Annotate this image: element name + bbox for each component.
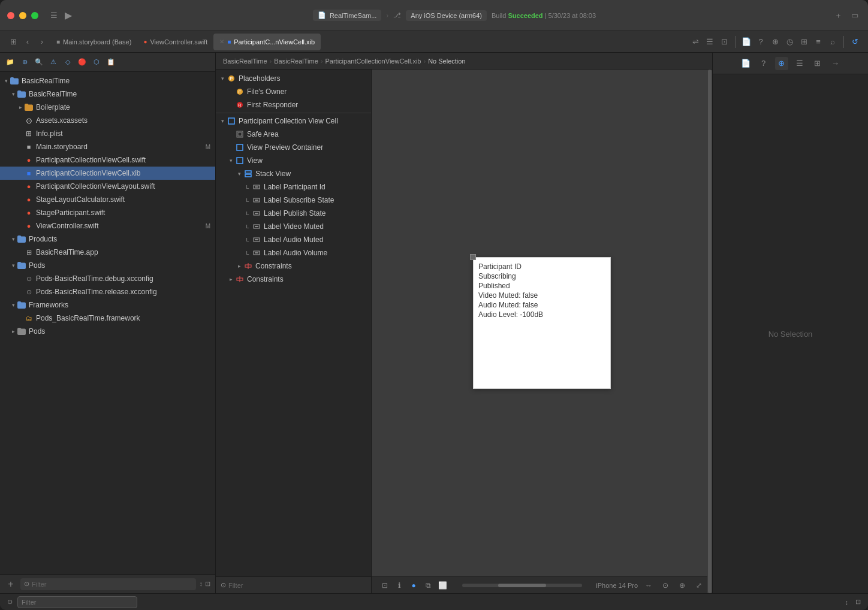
- canvas-zoom-fit-icon[interactable]: ⊡: [379, 579, 391, 591]
- tree-item-pvccell-swift[interactable]: ● ParticipantCollectionViewCell.swift: [0, 153, 215, 167]
- maximize-button[interactable]: [31, 12, 38, 19]
- tree-item-framework[interactable]: 🗂 Pods_BasicRealTime.framework: [0, 312, 215, 325]
- tree-item-pvccell-layout[interactable]: ● ParticipantCollectionViewLayout.swift: [0, 180, 215, 193]
- tree-item-frameworks[interactable]: ▾ Frameworks: [0, 298, 215, 312]
- inspector-quick-icon[interactable]: ⊕: [769, 36, 781, 48]
- tree-item-app[interactable]: ⊞ BasicRealTime.app: [0, 246, 215, 259]
- expand-icon[interactable]: ⤢: [693, 579, 705, 591]
- ib-item-scene[interactable]: ▾ Participant Collection View Cell: [216, 114, 371, 128]
- nav-files-icon[interactable]: 📁: [5, 57, 16, 68]
- ib-item-label-publish-state[interactable]: L Label Publish State: [216, 207, 371, 220]
- cell-preview[interactable]: Participant ID Subscribing Published Vid…: [473, 257, 611, 389]
- nav-back-icon[interactable]: ‹: [22, 36, 34, 48]
- close-button[interactable]: [7, 12, 14, 19]
- ib-item-view[interactable]: ▾ View: [216, 154, 371, 167]
- canvas-zoom-icon[interactable]: ⊡: [718, 36, 730, 48]
- nav-search-icon[interactable]: 🔍: [34, 57, 44, 68]
- ib-item-label-audio-volume[interactable]: L Label Audio Volume: [216, 246, 371, 259]
- minimize-button[interactable]: [19, 12, 26, 19]
- breadcrumb-item-1[interactable]: BasicRealTime: [274, 58, 318, 65]
- canvas-info-icon[interactable]: ℹ: [393, 579, 405, 591]
- add-constraint-icon[interactable]: ⊕: [676, 579, 688, 591]
- tree-item-basicrealtime-group[interactable]: ▾ BasicRealTime: [0, 74, 215, 87]
- add-tab-icon[interactable]: ＋: [832, 10, 844, 22]
- canvas-zoom-in-icon[interactable]: ●: [408, 579, 420, 591]
- nav-report-icon[interactable]: 📋: [106, 57, 116, 68]
- tree-item-viewcontroller[interactable]: ● ViewController.swift M: [0, 219, 215, 232]
- add-file-button[interactable]: +: [5, 578, 17, 590]
- canvas-device-icon[interactable]: ⬜: [436, 579, 448, 591]
- ib-item-label-video-muted[interactable]: L Label Video Muted: [216, 220, 371, 233]
- canvas-split-icon[interactable]: ⧉: [422, 579, 434, 591]
- sort-icon[interactable]: ↕: [200, 580, 203, 588]
- ib-item-placeholders[interactable]: ▾ P Placeholders: [216, 72, 371, 85]
- split-horizontal-icon[interactable]: ⇌: [689, 36, 701, 48]
- nav-forward-icon[interactable]: ›: [36, 36, 48, 48]
- device-selector[interactable]: Any iOS Device (arm64): [406, 10, 487, 21]
- inspector-list-icon[interactable]: ≡: [812, 36, 824, 48]
- run-button[interactable]: ▶: [60, 7, 77, 24]
- cell-resize-handle[interactable]: [470, 254, 476, 260]
- nav-test-icon[interactable]: ◇: [62, 57, 73, 68]
- inspector-help-icon[interactable]: ?: [755, 36, 767, 48]
- ib-item-constraints-view[interactable]: ▸ Constraints: [216, 273, 371, 286]
- tab-xib[interactable]: ✕ ■ ParticipantC...nViewCell.xib: [213, 34, 321, 50]
- tree-item-pods-folder[interactable]: ▾ Pods: [0, 259, 215, 272]
- nav-breakpoint-icon[interactable]: ⬡: [91, 57, 102, 68]
- tree-item-products[interactable]: ▾ Products: [0, 232, 215, 246]
- breadcrumb-item-3[interactable]: No Selection: [428, 58, 465, 65]
- tree-item-mainstoryboard[interactable]: ■ Main.storyboard M: [0, 140, 215, 153]
- tab-viewcontroller[interactable]: ● ViewController.swift: [137, 34, 213, 50]
- zoom-icon[interactable]: ↔: [643, 579, 655, 591]
- tree-item-basicrealtime-folder[interactable]: ▾ BasicRealTime: [0, 87, 215, 101]
- ib-item-label-audio-muted[interactable]: L Label Audio Muted: [216, 233, 371, 246]
- tree-item-stagelayout[interactable]: ● StageLayoutCalculator.swift: [0, 193, 215, 206]
- ib-item-viewpreview[interactable]: View Preview Container: [216, 141, 371, 154]
- inspector-search-icon[interactable]: ⌕: [827, 36, 839, 48]
- inspector-file-icon[interactable]: 📄: [740, 36, 752, 48]
- ib-item-safearea[interactable]: Safe Area: [216, 128, 371, 141]
- canvas-scroll-thumb[interactable]: [498, 584, 546, 587]
- inspector-quick-help-tab[interactable]: ?: [757, 57, 770, 70]
- ib-item-firstresponder[interactable]: R First Responder: [216, 98, 371, 111]
- orientation-icon[interactable]: ⊙: [659, 579, 671, 591]
- ib-item-label-subscribe-state[interactable]: L Label Subscribe State: [216, 194, 371, 207]
- tree-item-stageparticipant[interactable]: ● StageParticipant.swift: [0, 206, 215, 219]
- editor-toggle-icon[interactable]: ▭: [849, 10, 861, 22]
- ib-item-stackview[interactable]: ▾ Stack View: [216, 167, 371, 180]
- inspector-size-tab[interactable]: ⊞: [811, 57, 824, 70]
- tree-item-pods-group[interactable]: ▸ Pods: [0, 325, 215, 338]
- inspector-identity-tab[interactable]: ⊕: [775, 57, 788, 70]
- ib-item-label-participant-id[interactable]: L Label Participant Id: [216, 180, 371, 194]
- inspector-connections-tab[interactable]: →: [829, 57, 842, 70]
- nav-issues-icon[interactable]: ⚠: [48, 57, 59, 68]
- scheme-selector[interactable]: 📄 RealTimeSam...: [313, 10, 381, 21]
- canvas-scrollbar-thumb[interactable]: [708, 70, 712, 593]
- canvas-scrollbar[interactable]: [707, 70, 712, 593]
- ib-outline-content: ▾ P Placeholders F: [216, 70, 371, 576]
- breadcrumb-item-2[interactable]: ParticipantCollectionViewCell.xib: [325, 58, 421, 65]
- bottom-filter-input[interactable]: [17, 596, 137, 608]
- tree-item-boilerplate[interactable]: ▸ Boilerplate: [0, 101, 215, 114]
- tab-close-icon[interactable]: ✕: [219, 38, 224, 45]
- tab-storyboard[interactable]: ■ Main.storyboard (Base): [50, 34, 137, 50]
- inspector-attributes-tab[interactable]: ☰: [793, 57, 806, 70]
- ib-item-constraints-stack[interactable]: ▸ Constraints: [216, 259, 371, 273]
- tree-item-pods-release[interactable]: ⊙ Pods-BasicRealTime.release.xcconfig: [0, 285, 215, 298]
- inspector-history-icon[interactable]: ◷: [783, 36, 795, 48]
- breadcrumb-item-0[interactable]: BasicRealTime: [223, 58, 267, 65]
- sidebar-toggle-icon[interactable]: ☰: [48, 10, 60, 22]
- tree-item-pvccell-xib[interactable]: ■ ParticipantCollectionViewCell.xib: [0, 167, 215, 180]
- tree-item-infoplist[interactable]: ⊞ Info.plist: [0, 127, 215, 140]
- filter-toggle-icon[interactable]: ⊡: [205, 580, 210, 588]
- canvas-horizontal-scrollbar[interactable]: [462, 584, 582, 587]
- tree-item-assets[interactable]: ⊙ Assets.xcassets: [0, 114, 215, 127]
- tree-item-pods-debug[interactable]: ⊙ Pods-BasicRealTime.debug.xcconfig: [0, 272, 215, 285]
- inspector-file-tab[interactable]: 📄: [739, 57, 752, 70]
- grid-icon[interactable]: ⊞: [7, 36, 19, 48]
- nav-source-icon[interactable]: ⊕: [19, 57, 30, 68]
- ib-item-filesowner[interactable]: F File's Owner: [216, 85, 371, 98]
- inspector-table-icon[interactable]: ⊞: [798, 36, 810, 48]
- nav-debug-icon[interactable]: 🔴: [77, 57, 88, 68]
- split-list-icon[interactable]: ☰: [704, 36, 716, 48]
